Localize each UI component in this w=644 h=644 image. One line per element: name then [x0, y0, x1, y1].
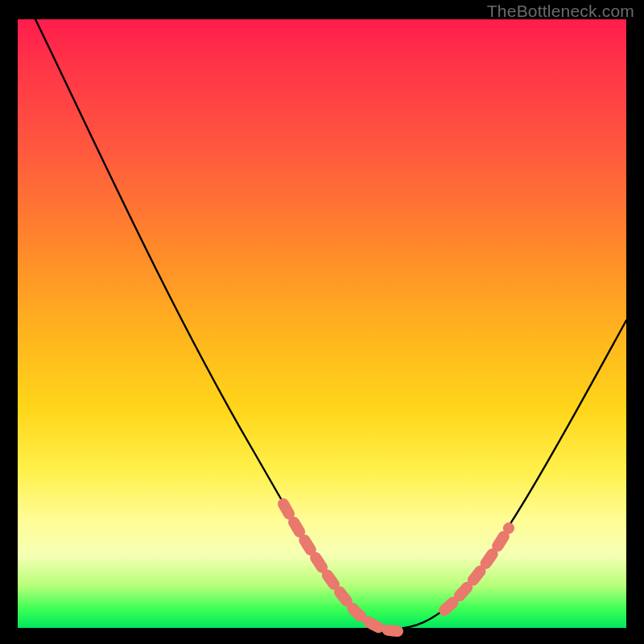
chart-gradient-background	[18, 19, 626, 628]
watermark-text: TheBottleneck.com	[487, 2, 634, 21]
chart-frame: TheBottleneck.com	[0, 0, 644, 644]
